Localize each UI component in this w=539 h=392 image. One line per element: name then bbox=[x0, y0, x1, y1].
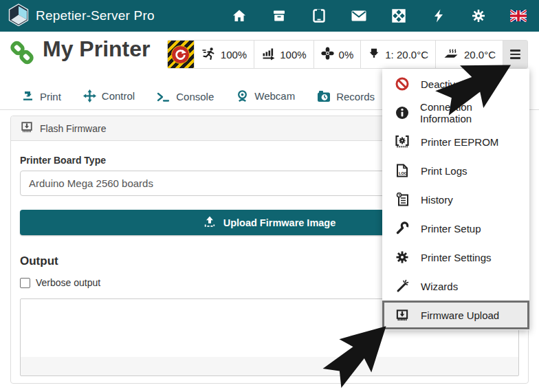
panel-title: Flash Firmware bbox=[40, 123, 106, 134]
menu-item-label: Printer EEPROM bbox=[421, 136, 498, 148]
brand[interactable]: Repetier-Server Pro bbox=[8, 3, 155, 29]
bed-temp-value: 20.0°C bbox=[464, 49, 496, 61]
emergency-stop-icon bbox=[171, 45, 190, 64]
uk-flag-icon[interactable] bbox=[510, 8, 527, 23]
printer-title: My Printer bbox=[43, 36, 150, 62]
menu-item-label: Firmware Upload bbox=[421, 309, 499, 321]
menu-item-wizards[interactable]: Wizards bbox=[382, 272, 529, 301]
console-icon bbox=[157, 91, 170, 102]
menu-item-label: Printer Setup bbox=[421, 223, 481, 235]
upload-icon bbox=[204, 216, 216, 230]
flow-value: 100% bbox=[280, 49, 306, 61]
menu-item-deactivate[interactable]: Deactivate bbox=[382, 69, 529, 98]
verbose-label: Verbose output bbox=[36, 277, 100, 288]
tab-console[interactable]: Console bbox=[146, 84, 225, 110]
mail-icon[interactable] bbox=[351, 8, 367, 23]
gear-icon[interactable] bbox=[470, 8, 487, 23]
menu-item-label: Connection Information bbox=[420, 101, 522, 124]
tab-label: Control bbox=[102, 90, 135, 102]
firmware-chip-icon bbox=[21, 121, 33, 135]
eeprom-chip-icon bbox=[394, 135, 410, 149]
printer-menu-button[interactable] bbox=[503, 41, 527, 68]
fan-icon bbox=[321, 47, 334, 62]
history-icon bbox=[394, 193, 410, 206]
verbose-checkbox[interactable] bbox=[20, 278, 30, 288]
bed-temp-status[interactable]: 20.0°C bbox=[435, 41, 503, 68]
expand-arrows-icon[interactable] bbox=[390, 8, 407, 23]
repetier-logo-icon bbox=[8, 3, 29, 29]
extruder-nozzle-icon bbox=[368, 47, 380, 62]
info-icon bbox=[394, 106, 410, 120]
flow-status[interactable]: 100% bbox=[254, 41, 313, 68]
menu-item-label: History bbox=[421, 194, 453, 206]
speed-runner-icon bbox=[201, 47, 216, 63]
repetier-server-page: Repetier-Server Pro bbox=[0, 0, 539, 392]
home-icon[interactable] bbox=[231, 8, 248, 23]
extruder-temp-status[interactable]: 1: 20.0°C bbox=[360, 41, 435, 68]
upload-button-label: Upload Firmware Image bbox=[223, 217, 336, 228]
log-file-icon: LOG bbox=[394, 164, 410, 177]
menu-item-label: Printer Settings bbox=[421, 252, 492, 263]
menu-item-printer-eeprom[interactable]: Printer EEPROM bbox=[382, 127, 529, 156]
tab-label: Webcam bbox=[254, 90, 295, 102]
fan-value: 0% bbox=[339, 49, 354, 61]
webcam-icon bbox=[236, 89, 249, 102]
tab-records[interactable]: Records bbox=[306, 83, 386, 110]
tab-print[interactable]: Print bbox=[11, 84, 72, 110]
printer-dropdown-menu: Deactivate Connection Information bbox=[382, 69, 529, 330]
printer-connected-link-icon bbox=[7, 39, 37, 72]
gear-icon bbox=[394, 250, 410, 264]
heated-bed-icon bbox=[443, 47, 459, 62]
touchscreen-icon[interactable] bbox=[311, 8, 327, 23]
menu-item-printer-setup[interactable]: Printer Setup bbox=[382, 214, 529, 243]
menu-item-label: Wizards bbox=[421, 281, 458, 292]
menu-item-history[interactable]: History bbox=[382, 185, 529, 214]
tab-control[interactable]: Control bbox=[72, 83, 146, 110]
tab-label: Records bbox=[336, 91, 375, 102]
top-navbar: Repetier-Server Pro bbox=[0, 0, 539, 32]
speed-value: 100% bbox=[221, 49, 247, 61]
menu-item-firmware-upload[interactable]: Firmware Upload bbox=[382, 301, 529, 329]
extruder-temp-value: 1: 20.0°C bbox=[385, 49, 428, 61]
menu-item-label: Deactivate bbox=[421, 78, 470, 90]
wrench-icon bbox=[394, 221, 410, 235]
tab-label: Print bbox=[40, 91, 61, 102]
menu-item-print-logs[interactable]: LOG Print Logs bbox=[382, 156, 529, 185]
print-icon bbox=[22, 91, 34, 102]
flow-icon bbox=[261, 47, 275, 63]
speed-status[interactable]: 100% bbox=[194, 41, 254, 68]
tab-label: Console bbox=[176, 91, 214, 102]
board-type-value: Arduino Mega 2560 boards bbox=[29, 177, 153, 189]
bolt-icon[interactable] bbox=[430, 8, 447, 23]
navbar-icons bbox=[231, 8, 527, 23]
fan-status[interactable]: 0% bbox=[314, 41, 361, 68]
menu-item-printer-settings[interactable]: Printer Settings bbox=[382, 243, 529, 272]
printer-statusbar: 100% 100% bbox=[167, 40, 528, 69]
emergency-stop-button[interactable] bbox=[168, 41, 194, 68]
tab-webcam[interactable]: Webcam bbox=[225, 83, 306, 110]
brand-title: Repetier-Server Pro bbox=[36, 8, 155, 23]
menu-item-connection-information[interactable]: Connection Information bbox=[382, 98, 529, 127]
svg-text:LOG: LOG bbox=[399, 171, 407, 175]
archive-box-icon[interactable] bbox=[271, 8, 287, 23]
records-camera-icon bbox=[317, 90, 331, 102]
menu-item-label: Print Logs bbox=[421, 165, 468, 177]
ban-icon bbox=[394, 77, 410, 91]
firmware-chip-icon bbox=[394, 309, 410, 322]
control-arrows-icon bbox=[83, 89, 96, 102]
magic-wand-icon bbox=[394, 279, 410, 293]
